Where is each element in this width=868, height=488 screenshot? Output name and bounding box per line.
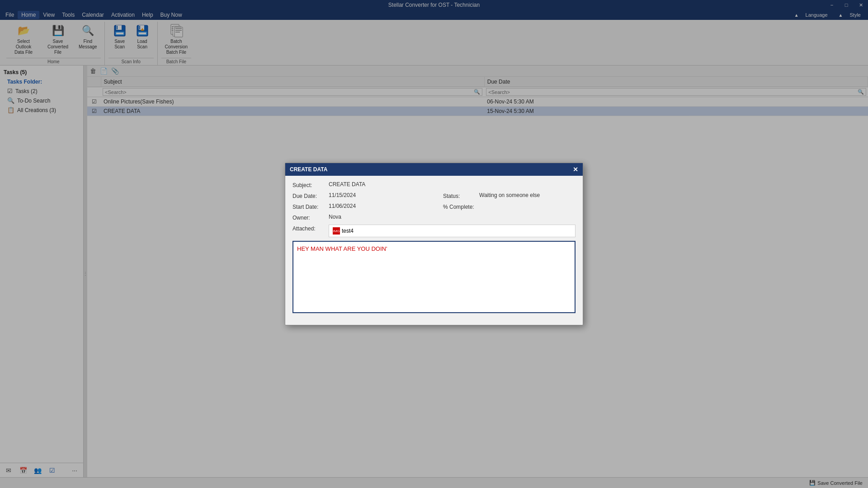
attached-field: Attached: IMG test4 — [292, 225, 576, 237]
modal-title: CREATE DATA — [290, 166, 327, 173]
start-date-label: Start Date: — [292, 203, 329, 210]
attached-box: IMG test4 — [329, 225, 576, 237]
start-date-row: Start Date: 11/06/2024 % Complete: — [292, 203, 576, 214]
modal-close-button[interactable]: ✕ — [573, 166, 578, 173]
modal-create-data: CREATE DATA ✕ Subject: CREATE DATA Due D… — [285, 163, 583, 325]
due-date-status-row: Due Date: 11/15/2024 Status: Waiting on … — [292, 192, 576, 203]
subject-label: Subject: — [292, 181, 329, 188]
modal-content-area: HEY MAN WHAT ARE YOU DOIN' — [292, 241, 576, 313]
owner-label: Owner: — [292, 214, 329, 221]
due-date-field: Due Date: 11/15/2024 — [292, 192, 425, 199]
subject-field: Subject: CREATE DATA — [292, 181, 576, 188]
status-value: Waiting on someone else — [479, 192, 576, 198]
attached-file-icon: IMG — [333, 227, 340, 235]
owner-field: Owner: Nova — [292, 214, 576, 221]
percent-complete-label: % Complete: — [443, 203, 479, 210]
attached-filename: test4 — [342, 228, 354, 234]
modal-body-text: HEY MAN WHAT ARE YOU DOIN' — [297, 245, 387, 252]
modal-overlay: CREATE DATA ✕ Subject: CREATE DATA Due D… — [0, 0, 868, 488]
percent-complete-field: % Complete: — [443, 203, 576, 210]
start-date-value: 11/06/2024 — [329, 203, 425, 209]
subject-value: CREATE DATA — [329, 181, 576, 188]
status-field: Status: Waiting on someone else — [443, 192, 576, 199]
status-label: Status: — [443, 192, 479, 199]
owner-value: Nova — [329, 214, 576, 220]
due-date-value: 11/15/2024 — [329, 192, 425, 198]
due-date-label: Due Date: — [292, 192, 329, 199]
modal-title-bar: CREATE DATA ✕ — [285, 163, 583, 176]
start-date-field: Start Date: 11/06/2024 — [292, 203, 425, 210]
attached-label: Attached: — [292, 225, 329, 232]
modal-body: Subject: CREATE DATA Due Date: 11/15/202… — [285, 176, 583, 325]
